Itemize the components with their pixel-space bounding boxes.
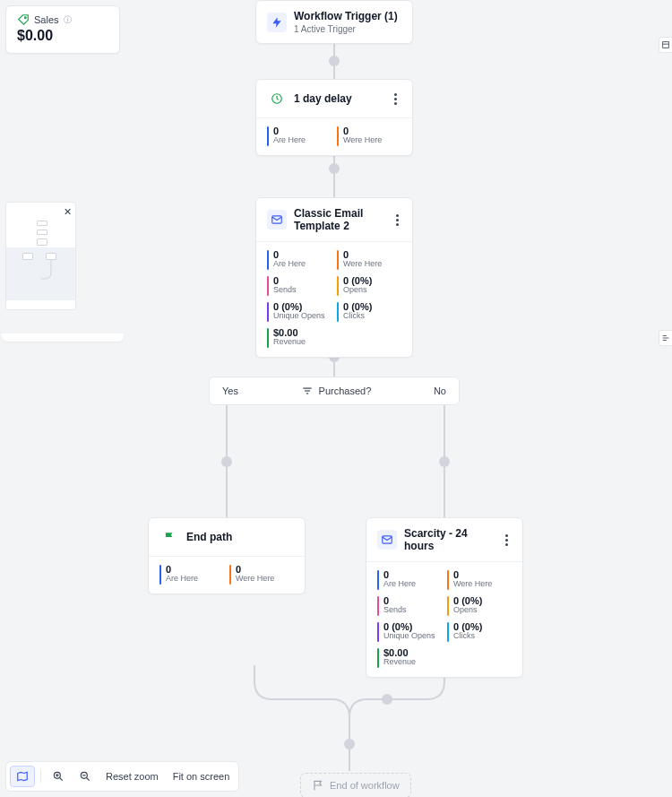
svg-point-12: [24, 17, 26, 19]
email-node-1[interactable]: Classic Email Template 2 0Are Here 0Were…: [255, 197, 413, 358]
trigger-node[interactable]: Workflow Trigger (1) 1 Active Trigger: [255, 0, 413, 44]
reset-zoom-button[interactable]: Reset zoom: [100, 767, 164, 785]
delay-menu-button[interactable]: [389, 93, 401, 105]
flag-icon: [159, 527, 179, 547]
email2-title: Scarcity - 24 hours: [404, 527, 487, 552]
delay-title: 1 day delay: [294, 92, 352, 105]
email2-menu-button[interactable]: [501, 534, 512, 546]
info-icon[interactable]: ⓘ: [64, 14, 72, 26]
filter-icon: [301, 385, 314, 397]
end-path-title: End path: [186, 531, 232, 543]
clock-icon: [267, 89, 287, 108]
svg-point-7: [221, 456, 232, 467]
svg-line-19: [60, 778, 63, 781]
email1-title: Classic Email Template 2: [294, 207, 379, 232]
decision-no: No: [434, 386, 446, 396]
stat-were-here: 0Were Here: [337, 126, 401, 146]
price-tag-icon: [17, 13, 30, 26]
sales-card: Sales ⓘ $0.00: [5, 5, 120, 54]
flag-outline-icon: [312, 779, 324, 792]
decision-yes: Yes: [222, 386, 238, 396]
minimap-viewport: [6, 247, 75, 300]
delay-node[interactable]: 1 day delay 0Are Here 0Were Here: [255, 79, 413, 156]
zoom-toolbar: Reset zoom Fit on screen: [5, 761, 239, 792]
minimap-close-button[interactable]: ✕: [64, 206, 72, 218]
map-icon: [16, 770, 29, 783]
bolt-icon: [267, 13, 287, 32]
svg-rect-13: [663, 42, 669, 48]
mail-icon: [377, 530, 397, 550]
svg-point-1: [329, 56, 340, 66]
email-node-2[interactable]: Scarcity - 24 hours 0Are Here 0Were Here…: [366, 517, 523, 678]
sales-label: Sales: [34, 14, 59, 25]
zoom-out-button[interactable]: [73, 767, 97, 786]
svg-line-23: [87, 778, 90, 781]
right-tab-1[interactable]: [659, 37, 672, 53]
mail-icon: [267, 210, 287, 230]
trigger-sub: 1 Active Trigger: [294, 24, 398, 34]
right-tab-2[interactable]: [659, 330, 672, 346]
decision-cond: Purchased?: [319, 386, 372, 396]
collapsed-panel: [2, 334, 124, 342]
map-mode-button[interactable]: [10, 766, 35, 787]
sales-value: $0.00: [17, 28, 108, 44]
zoom-out-icon: [79, 770, 91, 783]
email1-menu-button[interactable]: [393, 214, 401, 226]
zoom-in-button[interactable]: [47, 767, 70, 786]
svg-point-3: [329, 163, 340, 174]
svg-point-11: [344, 739, 355, 749]
trigger-title: Workflow Trigger (1): [294, 10, 398, 22]
svg-point-10: [382, 694, 392, 705]
zoom-in-icon: [52, 770, 65, 783]
svg-point-9: [439, 456, 450, 467]
end-of-workflow: End of workflow: [300, 773, 411, 797]
fit-screen-button[interactable]: Fit on screen: [168, 767, 236, 785]
end-path-node[interactable]: End path 0Are Here 0Were Here: [148, 517, 306, 594]
minimap[interactable]: ✕: [5, 202, 76, 310]
decision-node[interactable]: Yes Purchased? No: [209, 377, 460, 405]
stat-are-here: 0Are Here: [267, 126, 332, 146]
